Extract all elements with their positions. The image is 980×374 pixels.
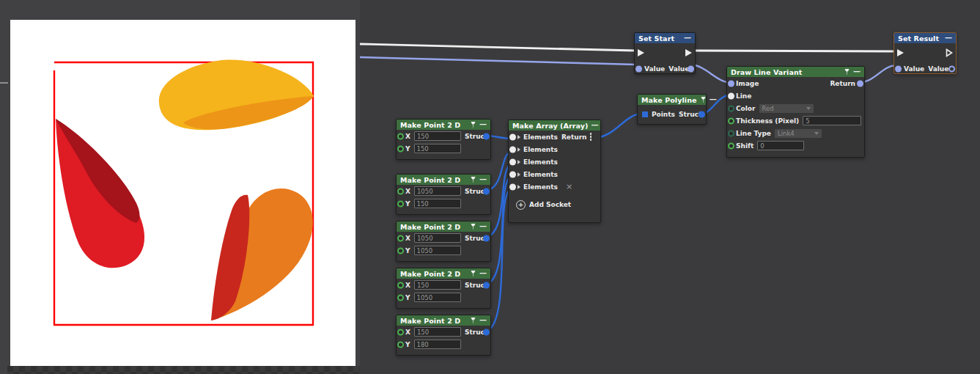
x-in-socket[interactable] (397, 329, 404, 335)
elements-in-socket[interactable] (509, 133, 516, 140)
collapse-icon[interactable]: — (853, 68, 861, 76)
collapse-icon[interactable]: — (479, 121, 487, 128)
node-make-point-2d-4[interactable]: Make Point 2 D — X Struct Y (396, 268, 491, 309)
flow-in-socket[interactable] (897, 49, 904, 56)
line-type-in-socket[interactable] (728, 130, 734, 136)
add-socket-icon[interactable]: + (516, 200, 526, 210)
return-out-socket[interactable] (857, 80, 863, 87)
color-in-socket[interactable] (728, 105, 734, 111)
collapse-icon[interactable]: — (710, 96, 717, 103)
elements-in-socket[interactable] (509, 171, 516, 177)
value-out-socket[interactable] (688, 65, 694, 72)
shift-in-socket[interactable] (728, 142, 734, 149)
x-in-socket[interactable] (397, 235, 404, 241)
add-socket-label[interactable]: Add Socket (529, 201, 571, 208)
node-make-array[interactable]: Make Array (Array) — Elements Return Ele… (508, 120, 601, 223)
elements-in-socket[interactable] (509, 158, 516, 165)
node-header[interactable]: Make Point 2 D — (397, 315, 490, 326)
pin-icon[interactable] (470, 176, 476, 183)
node-make-polyline[interactable]: Make Polyline — Points Struct (637, 94, 707, 125)
thickness-input[interactable] (803, 116, 861, 125)
node-header[interactable]: Make Point 2 D — (397, 120, 490, 130)
value-out-socket[interactable] (948, 65, 955, 72)
wire-flow-in[interactable] (360, 44, 635, 51)
points-in-socket[interactable] (642, 111, 648, 117)
x-in-socket[interactable] (397, 133, 404, 139)
color-dropdown[interactable]: Red (759, 104, 814, 113)
node-make-point-2d-5[interactable]: Make Point 2 D — X Struct Y (396, 315, 491, 356)
shift-input[interactable] (757, 141, 804, 150)
node-header[interactable]: Make Array (Array) — (509, 120, 600, 131)
x-input[interactable] (414, 327, 461, 337)
y-in-socket[interactable] (397, 200, 404, 207)
node-graph-editor[interactable]: Set Start — Value Value Set Result — Va (360, 0, 980, 374)
x-input[interactable] (414, 131, 461, 141)
panel-splitter-handle[interactable] (0, 82, 8, 84)
node-set-result[interactable]: Set Result — Value Value (894, 32, 957, 74)
value-in-socket[interactable] (635, 65, 642, 72)
image-in-socket[interactable] (728, 80, 734, 87)
wire-value-in[interactable] (360, 57, 635, 65)
x-input[interactable] (414, 233, 461, 243)
node-make-point-2d-2[interactable]: Make Point 2 D — X Struct Y (396, 174, 491, 215)
collapse-icon[interactable]: — (684, 34, 691, 42)
node-header[interactable]: Make Point 2 D — (397, 175, 490, 185)
wire-setstart-image[interactable] (690, 65, 730, 83)
pin-icon[interactable] (470, 223, 476, 230)
struct-out-socket[interactable] (483, 282, 490, 288)
x-input[interactable] (414, 186, 461, 196)
collapse-icon[interactable]: — (945, 34, 952, 42)
node-set-start[interactable]: Set Start — Value Value (634, 32, 696, 74)
y-in-socket[interactable] (397, 294, 404, 301)
y-input[interactable] (414, 199, 461, 208)
elements-in-socket[interactable] (509, 183, 516, 190)
node-header[interactable]: Set Start — (635, 33, 695, 43)
y-in-socket[interactable] (397, 145, 404, 152)
delete-socket-icon[interactable]: × (566, 182, 572, 191)
node-header[interactable]: Make Polyline — (638, 95, 706, 105)
line-type-dropdown[interactable]: Link4 (775, 129, 822, 138)
y-input[interactable] (414, 340, 461, 349)
wire-flow-setstart-setresult[interactable] (691, 51, 896, 51)
collapse-icon[interactable]: — (479, 270, 487, 277)
struct-out-socket[interactable] (483, 133, 490, 139)
elements-in-socket[interactable] (509, 146, 516, 153)
node-draw-line-variant[interactable]: Draw Line Variant — Image Return Line Co… (726, 66, 865, 158)
wire-array-polyline[interactable] (597, 114, 641, 138)
return-grid-socket[interactable] (590, 133, 592, 141)
y-input[interactable] (414, 246, 461, 255)
pin-icon[interactable] (470, 317, 476, 324)
flow-in-socket[interactable] (638, 49, 644, 56)
collapse-icon[interactable]: — (479, 317, 487, 324)
struct-out-socket[interactable] (483, 235, 490, 241)
node-header[interactable]: Set Result — (894, 33, 956, 43)
node-make-point-2d-3[interactable]: Make Point 2 D — X Struct Y (396, 221, 491, 262)
collapse-icon[interactable]: — (479, 223, 487, 230)
flow-out-socket[interactable] (685, 49, 692, 56)
y-in-socket[interactable] (397, 247, 404, 254)
x-in-socket[interactable] (397, 282, 404, 288)
struct-out-socket[interactable] (483, 329, 490, 335)
node-header[interactable]: Make Point 2 D — (397, 268, 490, 279)
value-in-socket[interactable] (895, 65, 902, 72)
struct-out-socket[interactable] (483, 188, 490, 194)
thickness-in-socket[interactable] (728, 117, 734, 124)
y-input[interactable] (414, 144, 461, 153)
node-make-point-2d-1[interactable]: Make Point 2 D — X Struct Y (396, 119, 491, 160)
pin-icon[interactable] (470, 270, 476, 277)
pin-icon[interactable] (470, 121, 476, 128)
pin-icon[interactable] (844, 68, 850, 76)
pin-icon[interactable] (700, 96, 707, 103)
line-in-socket[interactable] (728, 92, 734, 99)
node-header[interactable]: Draw Line Variant — (727, 67, 864, 77)
y-input[interactable] (414, 293, 461, 302)
flow-out-socket[interactable] (946, 48, 953, 57)
struct-out-socket[interactable] (699, 111, 705, 118)
x-in-socket[interactable] (397, 188, 404, 194)
x-input[interactable] (414, 280, 461, 290)
collapse-icon[interactable]: — (592, 122, 599, 129)
node-header[interactable]: Make Point 2 D — (397, 221, 490, 232)
y-in-socket[interactable] (397, 341, 404, 348)
collapse-icon[interactable]: — (479, 176, 487, 183)
render-preview-canvas[interactable] (10, 20, 355, 367)
